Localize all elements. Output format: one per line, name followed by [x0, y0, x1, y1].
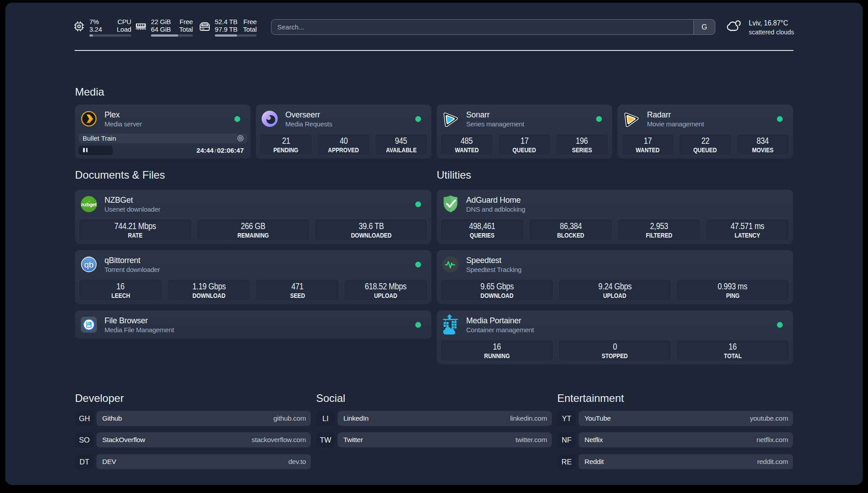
svg-text:qb: qb: [84, 260, 93, 269]
svg-text:nzbget: nzbget: [81, 202, 97, 207]
